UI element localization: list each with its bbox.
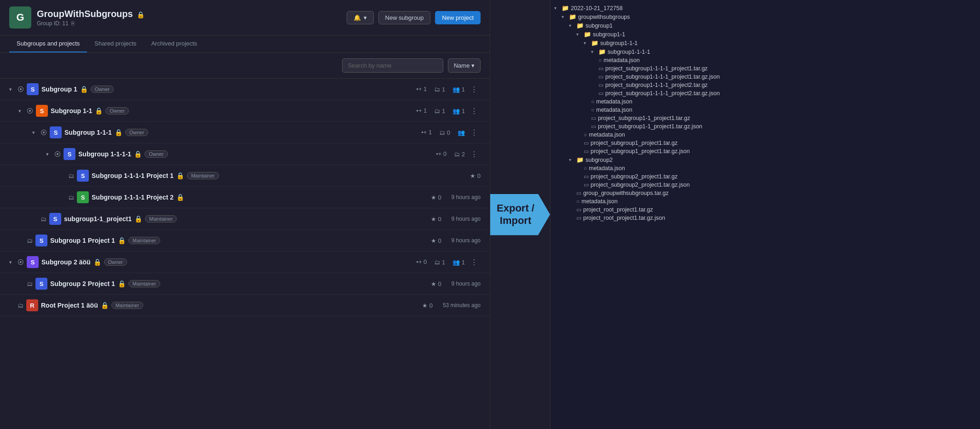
tree-item[interactable]: ○ metadata.json [551,106,980,114]
list-item[interactable]: ▾ ⦿ S Subgroup 1-1-1 Owner ⦁+ 1 🗂 0 👥 ⋮ [0,122,490,143]
tree-item[interactable]: ○ metadata.json [551,131,980,139]
item-stats: ⦁+ 0 🗂 1 👥 1 [416,258,465,266]
item-name: subgroup1-1_project1 Maintainer [64,215,428,223]
tree-item[interactable]: ○ metadata.json [551,164,980,172]
tree-item[interactable]: ▭ project_subgroup1-1_project1.tar.gz.js… [551,122,980,131]
tree-item[interactable]: ▭ project_subgroup2_project1.tar.gz [551,172,980,181]
file-icon: ▭ [591,123,596,130]
file-icon: ▭ [598,82,603,88]
list-item[interactable]: 🗂 S Subgroup 1 Project 1 Maintainer ★ 0 … [0,230,490,252]
badge: Maintainer [111,302,143,309]
lock-icon [80,86,88,93]
tree-item[interactable]: ▭ project_subgroup2_project1.tar.gz.json [551,181,980,189]
tab-shared-projects[interactable]: Shared projects [87,35,144,52]
folder-icon: 📁 [569,13,576,20]
folder-icon: 📁 [576,156,584,163]
tree-item[interactable]: ▭ project_subgroup1-1-1-1_project2.tar.g… [551,89,980,97]
item-name: Subgroup 1-1-1-1 Project 1 Maintainer [92,172,467,179]
tree-item[interactable]: ▭ project_subgroup1-1-1-1_project2.tar.g… [551,81,980,89]
star-stat: ★ 0 [422,302,433,309]
tree-item[interactable]: ▭ project_subgroup1-1-1-1_project1.tar.g… [551,64,980,73]
tree-label: 2022-10-21_172758 [571,5,623,11]
members-stat: ⦁+ 0 [416,258,427,266]
list-item[interactable]: 🗂 S Subgroup 1-1-1-1 Project 2 ★ 0 9 hou… [0,187,490,208]
tree-item[interactable]: ○ metadata.json [551,197,980,206]
repos-stat: 🗂 1 [434,108,445,114]
item-name: Subgroup 2 äöü Owner [41,258,413,266]
folder-icon: 📁 [598,48,606,55]
tree-item[interactable]: ▾ 📁 subgroup2 [551,155,980,164]
chevron-icon[interactable]: ▾ [46,151,52,157]
tab-subgroups-projects[interactable]: Subgroups and projects [9,35,87,52]
chevron-icon[interactable]: ▾ [9,259,15,265]
tree-label: project_subgroup1-1-1-1_project1.tar.gz [605,65,707,72]
tree-item[interactable]: ○ metadata.json [551,97,980,106]
new-subgroup-button[interactable]: New subgroup [378,11,431,24]
file-icon: ▭ [598,74,603,80]
search-input[interactable] [342,58,443,73]
more-button[interactable]: ⋮ [468,127,481,138]
tree-item[interactable]: ▭ project_root_project1.tar.gz [551,206,980,214]
file-icon: ○ [598,57,602,63]
copy-icon[interactable]: ⎘ [71,20,75,27]
tree-label: metadata.json [589,165,625,172]
more-button[interactable]: ⋮ [468,257,481,268]
members-stat: ⦁+ 1 [416,107,427,114]
list-item[interactable]: 🗂 S Subgroup 2 Project 1 Maintainer ★ 0 … [0,273,490,295]
tree-item[interactable]: ▾ 📁 2022-10-21_172758 [551,4,980,12]
tree-label: subgroup1-1-1 [600,40,638,46]
avatar: S [35,278,47,290]
tree-item[interactable]: ▾ 📁 groupwithsubgroups [551,12,980,21]
chevron-icon[interactable]: ▾ [9,86,15,92]
tree-label: project_subgroup1-1_project1.tar.gz [598,115,690,121]
chevron-icon: ▾ [554,6,560,11]
chevron-down-icon [364,14,367,21]
time-text: 9 hours ago [452,237,481,244]
group-title: GroupWithSubgroups [37,9,145,19]
list-item[interactable]: ▾ ⦿ S Subgroup 1 Owner ⦁+ 1 🗂 1 👥 1 ⋮ [0,79,490,100]
tree-item[interactable]: ▭ project_subgroup1-1-1-1_project1.tar.g… [551,73,980,81]
tree-item[interactable]: ▭ group_groupwithsubgroups.tar.gz [551,189,980,197]
badge: Maintainer [128,237,160,244]
bell-icon [354,14,361,21]
chevron-icon: ▾ [584,40,589,46]
folder-icon: 📁 [584,31,591,38]
users-stat: 👥 [458,129,465,136]
more-button[interactable]: ⋮ [468,84,481,95]
item-name: Subgroup 1-1-1 Owner [64,129,418,136]
list-item[interactable]: 🗂 R Root Project 1 äöü Maintainer ★ 0 53… [0,295,490,316]
repos-stat: 🗂 1 [434,86,445,93]
list-item[interactable]: ▾ ⦿ S Subgroup 1-1 Owner ⦁+ 1 🗂 1 👥 1 ⋮ [0,100,490,122]
new-project-button[interactable]: New project [435,11,481,24]
tree-label: metadata.json [589,132,625,138]
new-subgroup-label: New subgroup [385,14,424,21]
file-icon: ▭ [584,173,589,180]
file-icon: ○ [576,198,580,205]
tree-item[interactable]: ▭ project_root_project1.tar.gz.json [551,214,980,222]
lock-icon [95,107,103,114]
notification-button[interactable] [347,11,374,24]
list-item[interactable]: 🗂 S Subgroup 1-1-1-1 Project 1 Maintaine… [0,165,490,187]
tree-item[interactable]: ▾ 📁 subgroup1-1 [551,30,980,39]
lock-icon [134,215,142,223]
chevron-icon[interactable]: ▾ [18,108,24,114]
sort-button[interactable]: Name ▾ [448,58,481,73]
tab-archived-projects[interactable]: Archived projects [144,35,204,52]
more-button[interactable]: ⋮ [468,149,481,160]
tree-item[interactable]: ▭ project_subgroup1_project1.tar.gz [551,139,980,147]
more-button[interactable]: ⋮ [468,106,481,116]
tree-item[interactable]: ▭ project_subgroup1_project1.tar.gz.json [551,147,980,155]
chevron-icon[interactable]: ▾ [32,130,38,136]
group-avatar: G [9,6,31,29]
file-icon: ▭ [591,115,596,121]
list-item[interactable]: 🗂 S subgroup1-1_project1 Maintainer ★ 0 … [0,208,490,230]
tree-item[interactable]: ○ metadata.json [551,56,980,64]
tree-item[interactable]: ▾ 📁 subgroup1 [551,21,980,30]
tree-item[interactable]: ▭ project_subgroup1-1_project1.tar.gz [551,114,980,122]
tree-item[interactable]: ▾ 📁 subgroup1-1-1 [551,39,980,47]
left-panel: G GroupWithSubgroups Group ID: 11 ⎘ New … [0,0,490,429]
list-item[interactable]: ▾ ⦿ S Subgroup 1-1-1-1 Owner ⦁+ 0 🗂 2 ⋮ [0,143,490,165]
users-stat: 👥 1 [452,108,465,114]
tree-item[interactable]: ▾ 📁 subgroup1-1-1-1 [551,47,980,56]
list-item[interactable]: ▾ ⦿ S Subgroup 2 äöü Owner ⦁+ 0 🗂 1 👥 1 … [0,252,490,273]
